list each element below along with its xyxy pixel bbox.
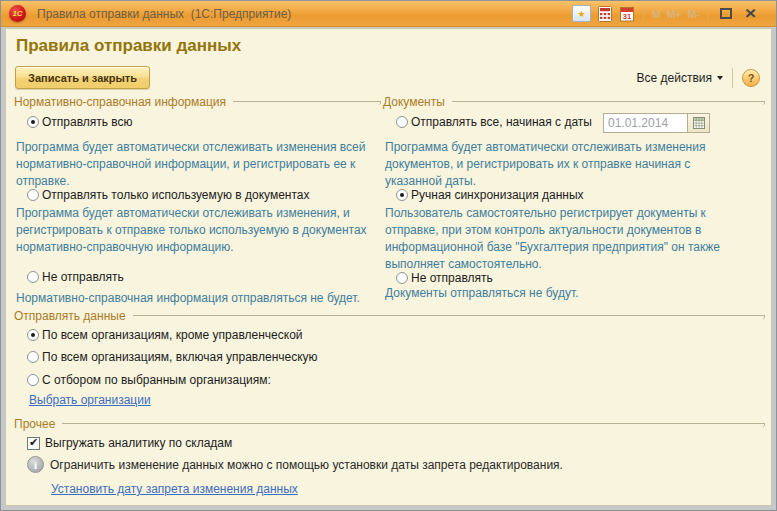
memory-m-minus[interactable]: М- — [688, 8, 700, 20]
group-line — [133, 315, 765, 316]
svg-text:31: 31 — [623, 12, 631, 21]
toolbar-separator — [732, 68, 733, 88]
radio-manual-sync[interactable]: Ручная синхронизация данных — [396, 188, 765, 202]
window-title: Правила отправки данных (1С:Предприятие) — [37, 7, 291, 21]
maximize-icon — [720, 8, 732, 19]
info-row: i Ограничить изменение данных можно с по… — [27, 456, 765, 473]
group-documents-title: Документы — [383, 95, 445, 109]
radio-no-send-nsi[interactable]: Не отправлять — [27, 270, 381, 284]
select-organizations-link[interactable]: Выбрать организации — [29, 393, 151, 407]
group-line — [452, 101, 765, 102]
form-content: Правила отправки данных Записать и закры… — [5, 28, 772, 506]
group-other: Прочее Выгружать аналитику по складам i … — [14, 417, 765, 496]
group-send-data: Отправлять данные По всем организациям, … — [14, 309, 765, 407]
maximize-button[interactable] — [717, 3, 735, 25]
all-actions-label: Все действия — [637, 71, 712, 85]
date-input[interactable] — [603, 113, 688, 133]
radio-send-all-nsi[interactable]: Отправлять всю — [27, 115, 381, 129]
calendar-button[interactable]: 31 — [619, 3, 635, 25]
radio-label: По всем организациям, кроме управленческ… — [42, 328, 303, 342]
group-nsi: Нормативно-справочная информация Отправл… — [14, 95, 381, 307]
favorites-button[interactable]: ★ — [572, 3, 591, 25]
radio-icon — [27, 116, 39, 128]
radio-all-orgs-except-management[interactable]: По всем организациям, кроме управленческ… — [27, 328, 765, 342]
radio-label: Не отправлять — [42, 270, 124, 284]
calculator-button[interactable] — [597, 3, 613, 25]
group-send-data-title: Отправлять данные — [14, 309, 126, 323]
radio-icon — [27, 189, 39, 201]
info-icon: i — [27, 456, 44, 473]
window: 1С Правила отправки данных (1С:Предприят… — [0, 0, 777, 511]
radio-icon — [396, 189, 408, 201]
radio-description: Документы отправляться не будут. — [385, 285, 765, 302]
radio-icon — [27, 351, 39, 363]
chevron-down-icon — [717, 76, 723, 80]
group-send-data-header: Отправлять данные — [14, 309, 765, 322]
radio-icon — [396, 272, 408, 284]
radio-description: Программа будет автоматически отслеживат… — [16, 139, 381, 190]
group-other-header: Прочее — [14, 417, 765, 430]
1c-logo-icon: 1С — [9, 5, 26, 22]
titlebar-separator — [643, 6, 644, 21]
memory-m[interactable]: М — [652, 8, 661, 20]
radio-no-send-docs[interactable]: Не отправлять — [396, 271, 765, 285]
radio-label: Ручная синхронизация данных — [411, 188, 584, 202]
radio-label: По всем организациям, включая управленче… — [42, 350, 318, 364]
all-actions-button[interactable]: Все действия — [637, 71, 723, 85]
close-button[interactable]: ✕ — [741, 3, 759, 25]
close-icon: ✕ — [744, 7, 757, 20]
group-line — [233, 101, 381, 102]
radio-icon — [27, 271, 39, 283]
radio-label: Отправлять всю — [42, 115, 133, 129]
titlebar-separator — [708, 6, 709, 21]
radio-description: Программа будет автоматически отслеживат… — [16, 205, 381, 256]
checkbox-icon — [27, 437, 40, 450]
radio-icon — [27, 329, 39, 341]
radio-all-orgs-incl-management[interactable]: По всем организациям, включая управленче… — [27, 350, 765, 364]
info-text: Ограничить изменение данных можно с помо… — [50, 458, 563, 472]
radio-send-used-nsi[interactable]: Отправлять только используемую в докумен… — [27, 188, 381, 202]
group-nsi-title: Нормативно-справочная информация — [14, 95, 226, 109]
window-titlebar[interactable]: 1С Правила отправки данных (1С:Предприят… — [1, 1, 776, 27]
group-documents: Документы Отправлять все, начиная с даты… — [383, 95, 765, 302]
radio-label: С отбором по выбранным организациям: — [42, 373, 271, 387]
checkbox-upload-warehouse-analytics[interactable]: Выгружать аналитику по складам — [27, 436, 765, 450]
radio-icon — [396, 116, 408, 128]
date-picker-button[interactable] — [687, 113, 710, 133]
group-nsi-header: Нормативно-справочная информация — [14, 95, 381, 108]
star-icon: ★ — [572, 5, 591, 22]
help-button[interactable]: ? — [742, 69, 760, 87]
radio-selected-orgs[interactable]: С отбором по выбранным организациям: — [27, 373, 765, 387]
group-other-title: Прочее — [14, 417, 55, 431]
radio-description: Нормативно-справочная информация отправл… — [16, 290, 381, 307]
checkbox-label: Выгружать аналитику по складам — [45, 436, 232, 450]
toolbar: Записать и закрыть Все действия ? — [15, 65, 760, 90]
radio-description: Программа будет автоматически отслеживат… — [385, 139, 765, 190]
calendar-grid-icon — [693, 117, 705, 129]
radio-description: Пользователь самостоятельно регистрирует… — [385, 205, 765, 273]
set-restriction-date-link[interactable]: Установить дату запрета изменения данных — [51, 482, 298, 496]
date-field — [603, 113, 710, 133]
group-line — [62, 423, 765, 424]
group-documents-header: Документы — [383, 95, 765, 108]
calculator-icon — [597, 6, 613, 22]
calendar-icon: 31 — [619, 6, 635, 22]
radio-icon — [27, 374, 39, 386]
save-and-close-button[interactable]: Записать и закрыть — [15, 66, 150, 89]
memory-m-plus[interactable]: М+ — [667, 8, 682, 20]
radio-label: Отправлять все, начиная с даты — [411, 115, 592, 129]
radio-label: Отправлять только используемую в докумен… — [42, 188, 310, 202]
page-title: Правила отправки данных — [16, 36, 241, 56]
radio-label: Не отправлять — [411, 271, 493, 285]
